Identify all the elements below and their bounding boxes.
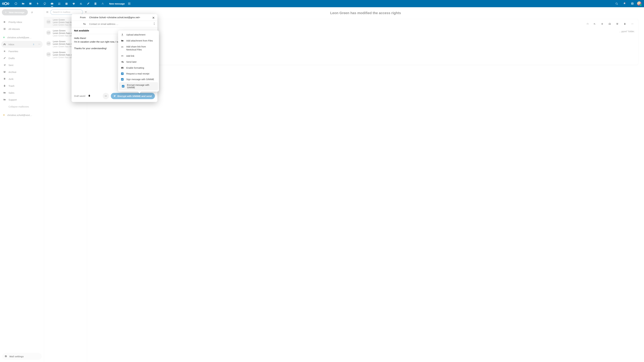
menu-attachment-from-files[interactable]: Add attachment from Files (118, 38, 159, 44)
menu-label: Encrypt message with S/MIME (127, 84, 155, 89)
menu-encrypt-smime[interactable]: Encrypt message with S/MIME (119, 82, 158, 90)
contacts-icon[interactable] (56, 0, 63, 7)
checkbox-checked-icon (121, 72, 124, 75)
draft-status: Draft saved (74, 95, 85, 97)
image-icon (121, 66, 124, 69)
upload-icon (121, 33, 124, 36)
options-popover: Upload attachment Add attachment from Fi… (118, 30, 159, 92)
menu-upload-attachment[interactable]: Upload attachment (118, 32, 159, 38)
expand-recipients-icon[interactable] (153, 22, 155, 26)
folder-icon (121, 39, 124, 42)
mail-icon[interactable] (48, 0, 56, 7)
contacts-menu-icon[interactable] (629, 0, 636, 7)
app-switcher (12, 0, 106, 7)
files-icon[interactable] (20, 0, 27, 7)
menu-label: Upload attachment (126, 33, 146, 36)
svg-point-36 (106, 96, 106, 96)
send-label: Encrypt with S/MIME and send (118, 95, 152, 97)
discard-draft-icon[interactable] (88, 94, 91, 98)
search-icon[interactable] (614, 0, 620, 7)
nextcloud-logo[interactable] (1, 1, 10, 6)
svg-rect-11 (128, 2, 129, 3)
svg-rect-38 (121, 67, 124, 69)
calendar-icon[interactable] (63, 0, 70, 7)
notes-icon[interactable] (84, 0, 92, 7)
svg-point-23 (632, 3, 633, 3)
page-title: New message (109, 2, 125, 5)
analytics-icon[interactable] (77, 0, 84, 7)
user-avatar[interactable] (637, 1, 642, 6)
menu-send-later[interactable]: Send later (118, 59, 159, 65)
link-icon (121, 45, 124, 48)
dashboard-icon[interactable] (12, 0, 20, 7)
send-button[interactable]: Encrypt with S/MIME and send (111, 93, 155, 99)
more-options-button[interactable] (103, 93, 109, 99)
svg-rect-7 (66, 3, 68, 5)
menu-label: Add link (126, 55, 134, 57)
svg-point-5 (58, 3, 59, 3)
talk-icon[interactable] (41, 0, 48, 7)
svg-rect-12 (129, 2, 130, 3)
link-icon (121, 54, 124, 57)
svg-point-4 (44, 2, 46, 4)
to-input[interactable]: Contact or email address … (88, 21, 158, 27)
svg-point-37 (106, 96, 107, 96)
svg-rect-19 (130, 4, 130, 4)
menu-label: Add share link from Nextcloud Files (126, 45, 156, 51)
svg-point-3 (15, 2, 17, 4)
svg-rect-17 (128, 4, 129, 4)
menu-sign-smime[interactable]: Sign message with S/MIME (118, 76, 159, 82)
menu-read-receipt[interactable]: Request a read receipt (118, 71, 159, 76)
top-bar: New message (0, 0, 644, 7)
svg-rect-13 (130, 2, 130, 3)
menu-label: Request a read receipt (126, 72, 149, 75)
svg-point-1 (2, 3, 4, 4)
svg-point-35 (105, 96, 106, 96)
from-label: From (72, 16, 88, 19)
health-icon[interactable] (70, 0, 77, 7)
svg-point-6 (60, 3, 60, 3)
menu-label: Enable formatting (126, 67, 144, 69)
photos-icon[interactable] (27, 0, 34, 7)
menu-label: Add attachment from Files (126, 39, 153, 42)
svg-point-21 (625, 2, 626, 3)
svg-point-0 (4, 2, 7, 5)
svg-rect-14 (128, 3, 129, 4)
activity-icon[interactable] (34, 0, 41, 7)
more-apps-icon[interactable] (99, 0, 106, 7)
from-value[interactable]: Christine Schott <christine.schott.test@… (88, 14, 158, 20)
notifications-icon[interactable] (621, 0, 628, 7)
menu-share-link[interactable]: Add share link from Nextcloud Files (118, 44, 159, 53)
grid-icon[interactable] (126, 0, 133, 7)
menu-add-link[interactable]: Add link (118, 53, 159, 59)
svg-point-20 (616, 3, 617, 4)
checkbox-checked-icon (122, 85, 124, 87)
svg-point-2 (8, 3, 9, 4)
menu-label: Send later (126, 61, 137, 63)
svg-rect-18 (129, 4, 130, 4)
svg-rect-16 (130, 3, 130, 4)
deck-icon[interactable] (92, 0, 99, 7)
checkbox-checked-icon (121, 78, 124, 81)
to-label: To (72, 23, 88, 25)
compose-dialog: From Christine Schott <christine.schott.… (72, 14, 158, 102)
schedule-icon (121, 60, 124, 63)
menu-label: Sign message with S/MIME (126, 78, 154, 81)
svg-rect-15 (129, 3, 130, 4)
menu-enable-formatting[interactable]: Enable formatting (118, 65, 159, 71)
